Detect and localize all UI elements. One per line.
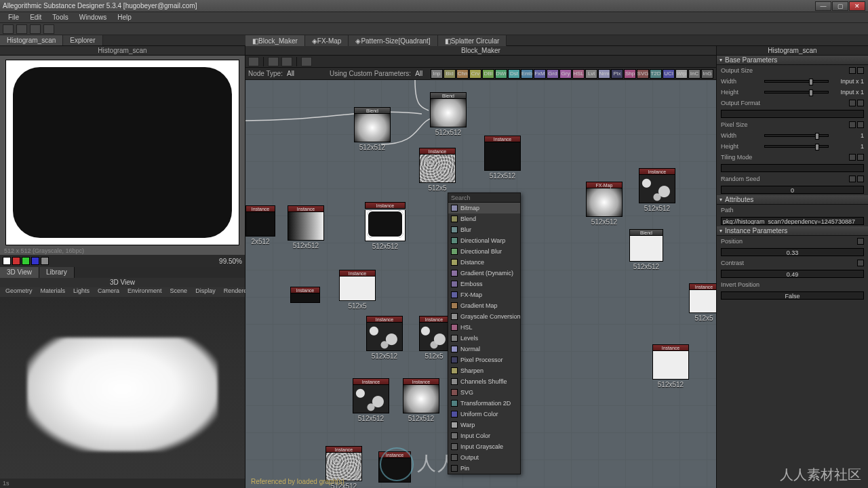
node-white-b[interactable]: Instance 512x512 bbox=[652, 344, 689, 388]
prop-position[interactable]: 0.33 bbox=[717, 247, 868, 258]
filter-chip[interactable]: SVG bbox=[637, 69, 649, 79]
context-search[interactable]: Search bbox=[448, 193, 520, 203]
graph-tool-zoom-icon[interactable] bbox=[301, 57, 312, 66]
menu-windows[interactable]: Windows bbox=[74, 14, 113, 21]
filter-chip[interactable]: UCl bbox=[663, 69, 675, 79]
context-menu-item[interactable]: Levels bbox=[448, 333, 520, 344]
context-menu-item[interactable]: Blend bbox=[448, 214, 520, 224]
reset-icon[interactable] bbox=[857, 260, 864, 266]
menu-help[interactable]: Help bbox=[112, 14, 137, 21]
tab-3dview[interactable]: 3D View bbox=[0, 267, 39, 278]
node-blend-2[interactable]: Blend 512x512 bbox=[430, 92, 467, 136]
filter-chip[interactable]: HSL bbox=[572, 69, 585, 79]
prop-contrast[interactable]: 0.49 bbox=[717, 268, 868, 279]
graph-canvas[interactable]: Blend 512x512 Blend 512x512 Instance 512… bbox=[245, 80, 716, 488]
graph-tool-frame-icon[interactable] bbox=[268, 57, 279, 66]
context-menu-item[interactable]: Directional Blur bbox=[448, 246, 520, 257]
graph-tab-splatter[interactable]: ◧ Splatter Circular bbox=[438, 35, 507, 46]
filter-chip[interactable]: Wrp bbox=[675, 69, 688, 79]
context-menu-item[interactable]: Sharpen bbox=[448, 365, 520, 376]
reset-icon[interactable] bbox=[857, 238, 864, 245]
context-menu-item[interactable]: Emboss bbox=[448, 279, 520, 289]
node-instance-c[interactable]: Instance 512x512 bbox=[365, 202, 406, 250]
preview-3d-viewport[interactable] bbox=[0, 297, 245, 479]
context-menu-item[interactable]: Pin bbox=[448, 463, 520, 474]
channel-a-icon[interactable] bbox=[41, 257, 49, 265]
filter-chip[interactable]: Inp bbox=[431, 69, 443, 79]
context-menu-item[interactable]: Input Color bbox=[448, 430, 520, 441]
channel-r-icon[interactable] bbox=[12, 257, 20, 265]
filter-chip[interactable]: DWr bbox=[495, 69, 507, 79]
tab-library[interactable]: Library bbox=[39, 267, 75, 278]
node-noise-1[interactable]: Instance 512x5 bbox=[419, 148, 456, 192]
menu3d-materials[interactable]: Materials bbox=[37, 287, 70, 297]
node-blend-1[interactable]: Blend 512x512 bbox=[354, 107, 391, 151]
node-context-menu[interactable]: Search BitmapBlendBlurDirectional WarpDi… bbox=[448, 192, 521, 474]
node-instance-a[interactable]: Instance 512x512 bbox=[484, 136, 521, 180]
prop-invert[interactable]: False bbox=[717, 290, 868, 301]
prop-output-format[interactable] bbox=[717, 108, 868, 119]
context-menu-item[interactable]: Blur bbox=[448, 224, 520, 235]
filter-chip[interactable]: T2D bbox=[650, 69, 662, 79]
section-instance-parameters[interactable]: ▾Instance Parameters bbox=[717, 226, 868, 236]
inherit-icon[interactable] bbox=[849, 154, 856, 161]
pheight-slider[interactable] bbox=[764, 145, 829, 148]
context-menu-item[interactable]: Gradient (Dynamic) bbox=[448, 268, 520, 279]
maximize-button[interactable]: ▢ bbox=[832, 1, 848, 11]
node-noise-3[interactable]: Instance 512x5 bbox=[419, 316, 449, 360]
filter-chip[interactable]: Shp bbox=[624, 69, 636, 79]
reset-icon[interactable] bbox=[857, 100, 864, 106]
prop-random[interactable]: 0 bbox=[717, 184, 868, 195]
node-white-a[interactable]: Instance 512x5 bbox=[689, 283, 716, 322]
filter-chip[interactable]: Lvl bbox=[585, 69, 597, 79]
context-menu-item[interactable]: Pixel Processor bbox=[448, 354, 520, 365]
filter-chip[interactable]: Nrm bbox=[598, 69, 610, 79]
graph-tab-fxmap[interactable]: ◈ FX-Map bbox=[305, 35, 349, 46]
inherit-icon[interactable] bbox=[849, 67, 856, 74]
menu3d-environment[interactable]: Environment bbox=[123, 287, 166, 297]
reset-icon[interactable] bbox=[857, 121, 864, 128]
graph-tool-select-icon[interactable] bbox=[248, 57, 259, 66]
inherit-icon[interactable] bbox=[849, 176, 856, 182]
inherit-icon[interactable] bbox=[849, 121, 856, 128]
tab-histogram-scan[interactable]: Histogram_scan bbox=[0, 35, 63, 45]
menu3d-display[interactable]: Display bbox=[191, 287, 220, 297]
filter-chip[interactable]: Emb bbox=[521, 69, 533, 79]
node-fxmap[interactable]: FX-Map 512x512 bbox=[586, 182, 623, 226]
filter-chip[interactable]: Dst bbox=[508, 69, 520, 79]
graph-tab-block-maker[interactable]: ◧ Block_Maker bbox=[245, 35, 305, 46]
graph-tab-pattern-size[interactable]: ◈ Pattern-Size[Quadrant] bbox=[349, 35, 437, 46]
reset-icon[interactable] bbox=[857, 67, 864, 74]
menu-tools[interactable]: Tools bbox=[47, 14, 73, 21]
context-menu-item[interactable]: Input Grayscale bbox=[448, 441, 520, 452]
pwidth-slider[interactable] bbox=[764, 134, 829, 137]
prop-path-value[interactable]: pkg://histogram_scan?dependency=12457308… bbox=[717, 216, 868, 226]
preview-2d-viewport[interactable]: 512 x 512 (Grayscale, 16bpc) bbox=[0, 56, 245, 255]
toolbar-link-icon[interactable] bbox=[43, 24, 54, 34]
section-attributes[interactable]: ▾Attributes bbox=[717, 195, 868, 205]
context-menu-item[interactable]: Channels Shuffle bbox=[448, 376, 520, 387]
node-instance-d[interactable]: Instance 512x5 bbox=[339, 270, 376, 310]
node-noise-5[interactable]: Instance 512x512 bbox=[403, 378, 439, 422]
node-input-1[interactable]: Instance 2x512 bbox=[245, 205, 275, 245]
tab-explorer[interactable]: Explorer bbox=[63, 35, 102, 45]
node-noise-4[interactable]: Instance 512x512 bbox=[353, 378, 389, 422]
filter-chip[interactable]: Gry bbox=[559, 69, 572, 79]
section-base-parameters[interactable]: ▾Base Parameters bbox=[717, 56, 868, 65]
minimize-button[interactable]: — bbox=[815, 1, 831, 11]
context-menu-item[interactable]: Uniform Color bbox=[448, 409, 520, 420]
filter-chip[interactable]: Pix bbox=[611, 69, 623, 79]
filter-chip[interactable]: InC bbox=[688, 69, 701, 79]
context-menu-item[interactable]: Normal bbox=[448, 344, 520, 354]
channel-g-icon[interactable] bbox=[22, 257, 30, 265]
channel-b-icon[interactable] bbox=[31, 257, 39, 265]
menu3d-lights[interactable]: Lights bbox=[69, 287, 94, 297]
context-menu-item[interactable]: Warp bbox=[448, 420, 520, 430]
height-slider[interactable] bbox=[764, 91, 829, 94]
context-menu-item[interactable]: SVG bbox=[448, 387, 520, 398]
reset-icon[interactable] bbox=[857, 154, 864, 161]
menu3d-scene[interactable]: Scene bbox=[166, 287, 192, 297]
close-button[interactable]: ✕ bbox=[849, 1, 865, 11]
menu3d-geometry[interactable]: Geometry bbox=[1, 287, 37, 297]
context-menu-item[interactable]: Distance bbox=[448, 257, 520, 268]
